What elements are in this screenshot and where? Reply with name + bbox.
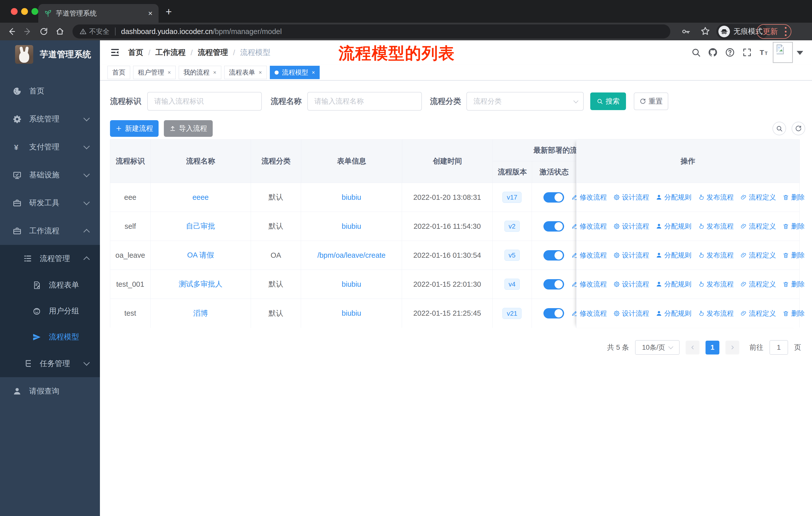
model-name-link[interactable]: eeee (192, 193, 209, 201)
fullscreen-icon[interactable] (742, 47, 752, 57)
tag-tab-2[interactable]: 租户管理 × (133, 66, 176, 79)
tab-close-icon[interactable]: × (148, 9, 152, 18)
address-bar[interactable]: 不安全 dashboard.yudao.iocoder.cn /bpm/mana… (72, 24, 670, 38)
browser-tab[interactable]: 芋道管理系统 × (38, 4, 158, 23)
action-userfill-link[interactable]: 分配规则 (656, 280, 691, 289)
header-search-icon[interactable] (691, 47, 701, 57)
form-info-link[interactable]: biubiu (342, 309, 361, 318)
traffic-light-zoom[interactable] (31, 8, 38, 15)
form-info-link[interactable]: biubiu (342, 222, 361, 230)
action-trash-link[interactable]: 删除 (783, 222, 805, 231)
sidebar-item-7[interactable]: 流程管理 (0, 245, 100, 272)
filter-name-input[interactable]: 请输入流程名称 (307, 92, 422, 111)
sidebar-item-4[interactable]: 基础设施 (0, 161, 100, 189)
goto-page-input[interactable] (770, 340, 788, 355)
sidebar-item-8[interactable]: 流程表单 (0, 272, 100, 298)
tag-tab-3[interactable]: 我的流程 × (179, 66, 221, 79)
action-clip-link[interactable]: 流程定义 (740, 280, 776, 289)
traffic-light-close[interactable] (11, 8, 18, 15)
user-avatar[interactable] (773, 42, 793, 63)
action-edit-link[interactable]: 修改流程 (571, 222, 607, 231)
browser-menu-icon[interactable] (784, 27, 787, 36)
sidebar-item-11[interactable]: 任务管理 (0, 350, 100, 377)
active-toggle[interactable] (544, 308, 564, 319)
sidebar-item-3[interactable]: ¥ 支付管理 (0, 133, 100, 161)
active-toggle[interactable] (544, 221, 564, 232)
filter-category-select[interactable]: 流程分类 (466, 92, 584, 111)
tag-close-icon[interactable]: × (168, 69, 171, 76)
sidebar-item-1[interactable]: 首页 (0, 77, 100, 105)
browser-update-chip[interactable]: 更新 (757, 24, 791, 39)
model-name-link[interactable]: 测试多审批人 (179, 279, 223, 289)
sidebar-item-2[interactable]: 系统管理 (0, 105, 100, 133)
page-number-1[interactable]: 1 (705, 341, 719, 354)
tag-tab-5[interactable]: 流程模型 × (270, 66, 320, 79)
action-userfill-link[interactable]: 分配规则 (656, 251, 691, 260)
action-edit-link[interactable]: 修改流程 (571, 251, 607, 260)
action-clip-link[interactable]: 流程定义 (740, 309, 776, 318)
search-button[interactable]: 搜索 (590, 92, 626, 110)
reload-icon[interactable] (39, 27, 48, 36)
create-model-button[interactable]: 新建流程 (110, 120, 158, 137)
sidebar-item-10[interactable]: 流程模型 (0, 324, 100, 350)
tag-close-icon[interactable]: × (213, 69, 216, 76)
form-info-link[interactable]: biubiu (342, 193, 361, 201)
show-search-button[interactable] (773, 122, 786, 135)
action-clip-link[interactable]: 流程定义 (740, 193, 776, 202)
sidebar-item-9[interactable]: 用户分组 (0, 298, 100, 324)
action-edit-link[interactable]: 修改流程 (571, 309, 607, 318)
action-userfill-link[interactable]: 分配规则 (656, 309, 691, 318)
action-hand-link[interactable]: 发布流程 (698, 251, 734, 260)
sidebar-item-5[interactable]: 研发工具 (0, 189, 100, 217)
prev-page-button[interactable] (686, 341, 699, 354)
sidebar-item-12[interactable]: 请假查询 (0, 377, 100, 405)
back-icon[interactable] (7, 27, 16, 36)
action-userfill-link[interactable]: 分配规则 (656, 193, 691, 202)
action-hand-link[interactable]: 发布流程 (698, 309, 734, 318)
breadcrumb-home[interactable]: 首页 (128, 47, 143, 58)
tag-close-icon[interactable]: × (259, 69, 262, 76)
action-trash-link[interactable]: 删除 (783, 309, 805, 318)
tag-tab-1[interactable]: 首页 × (108, 66, 130, 79)
sidebar-item-6[interactable]: 工作流程 (0, 217, 100, 245)
action-hand-link[interactable]: 发布流程 (698, 280, 734, 289)
github-icon[interactable] (708, 47, 718, 57)
bookmark-star-icon[interactable] (700, 26, 710, 36)
active-toggle[interactable] (544, 192, 564, 202)
action-trash-link[interactable]: 删除 (783, 193, 805, 202)
action-trash-link[interactable]: 删除 (783, 251, 805, 260)
action-clip-link[interactable]: 流程定义 (740, 222, 776, 231)
form-info-link[interactable]: biubiu (342, 280, 361, 289)
action-hand-link[interactable]: 发布流程 (698, 193, 734, 202)
action-clip-link[interactable]: 流程定义 (740, 251, 776, 260)
avatar-caret-icon[interactable] (796, 51, 803, 55)
model-name-link[interactable]: OA 请假 (187, 250, 214, 260)
tag-tab-4[interactable]: 流程表单 × (224, 66, 267, 79)
active-toggle[interactable] (544, 250, 564, 261)
forward-icon[interactable] (23, 27, 32, 36)
new-tab-button[interactable]: + (166, 6, 172, 17)
tag-close-icon[interactable]: × (312, 69, 315, 76)
action-trash-link[interactable]: 删除 (783, 280, 805, 289)
breadcrumb-process-mgmt[interactable]: 流程管理 (198, 47, 228, 58)
active-toggle[interactable] (544, 279, 564, 290)
sidebar-collapse-icon[interactable] (110, 47, 120, 57)
action-hand-link[interactable]: 发布流程 (698, 222, 734, 231)
sidebar-logo[interactable]: 芋道管理系统 (0, 40, 100, 69)
filter-key-input[interactable]: 请输入流程标识 (147, 92, 262, 111)
breadcrumb-workflow[interactable]: 工作流程 (155, 47, 185, 58)
action-gearline-link[interactable]: 设计流程 (613, 222, 649, 231)
form-info-link[interactable]: /bpm/oa/leave/create (317, 251, 386, 260)
help-icon[interactable] (725, 47, 735, 57)
action-gearline-link[interactable]: 设计流程 (613, 280, 649, 289)
reset-button[interactable]: 重置 (634, 92, 668, 110)
refresh-table-button[interactable] (792, 122, 805, 135)
password-key-icon[interactable] (681, 27, 691, 36)
font-size-icon[interactable]: TT (759, 47, 769, 57)
action-gearline-link[interactable]: 设计流程 (613, 309, 649, 318)
home-icon[interactable] (55, 27, 64, 36)
action-edit-link[interactable]: 修改流程 (571, 193, 607, 202)
action-userfill-link[interactable]: 分配规则 (656, 222, 691, 231)
page-size-select[interactable]: 10条/页 (635, 340, 679, 355)
action-edit-link[interactable]: 修改流程 (571, 280, 607, 289)
